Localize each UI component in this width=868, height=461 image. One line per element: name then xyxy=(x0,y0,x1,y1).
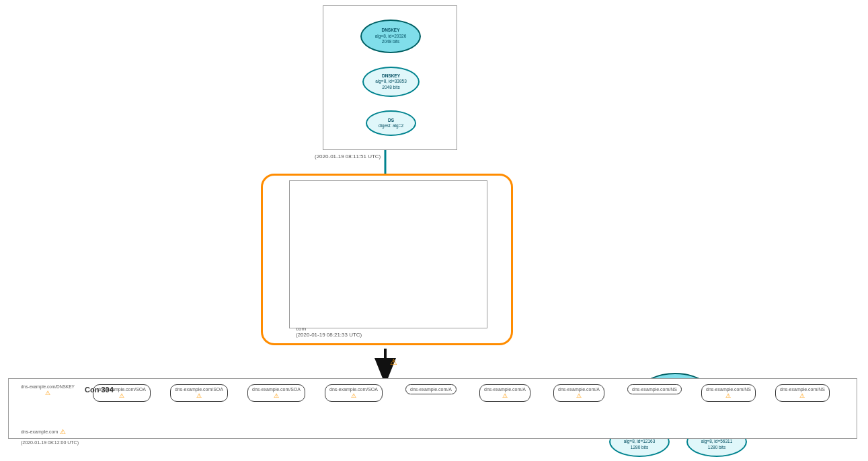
dns-soa-3-item[interactable]: dns-example.com/SOA⚠ xyxy=(247,384,305,402)
dns-soa-4-item[interactable]: dns-example.com/SOA⚠ xyxy=(325,384,383,402)
dns-zone-bottom-timestamp: (2020-01-19 08:12:00 UTC) xyxy=(21,440,79,445)
con-304-label: Con 304 xyxy=(85,386,114,394)
dns-example-zone-box: dns-example.com/DNSKEY ⚠ dns-example.com… xyxy=(8,378,857,439)
dns-ns-1-item[interactable]: dns-example.com/NS xyxy=(627,384,682,394)
dns-dnskey-item[interactable]: dns-example.com/DNSKEY ⚠ xyxy=(21,384,75,396)
ds-root-node[interactable]: DS digest: alg=2 xyxy=(366,110,416,136)
com-inner-box: DNSKEY alg=8, id=30909 2048 bits DNSKEY … xyxy=(289,180,487,328)
dns-ns-2-item[interactable]: dns-example.com/NS⚠ xyxy=(701,384,756,402)
com-zone-label: com (2020-01-19 08:21:33 UTC) xyxy=(296,326,362,338)
dns-soa-2-item[interactable]: dns-example.com/SOA⚠ xyxy=(170,384,228,402)
dns-a-2-item[interactable]: dns-example.com/A⚠ xyxy=(479,384,530,402)
root-zone-timestamp: (2020-01-19 08:11:51 UTC) xyxy=(315,153,381,159)
dnskey-root-2-node[interactable]: DNSKEY alg=8, id=33853 2048 bits xyxy=(362,67,420,97)
dns-zone-bottom-label: dns-example.com ⚠ xyxy=(21,428,66,435)
root-zone-box: DNSKEY alg=8, id=20326 2048 bits DNSKEY … xyxy=(323,5,457,150)
dnskey-root-1-node[interactable]: DNSKEY alg=8, id=20326 2048 bits xyxy=(360,20,421,53)
dns-ns-3-item[interactable]: dns-example.com/NS⚠ xyxy=(775,384,830,402)
diagram-container: ⚠ DNSKEY alg=8, id=20326 2048 bits xyxy=(0,0,868,461)
svg-text:⚠: ⚠ xyxy=(390,357,397,367)
dns-a-3-item[interactable]: dns-example.com/A⚠ xyxy=(553,384,604,402)
dns-a-1-item[interactable]: dns-example.com/A xyxy=(405,384,457,394)
